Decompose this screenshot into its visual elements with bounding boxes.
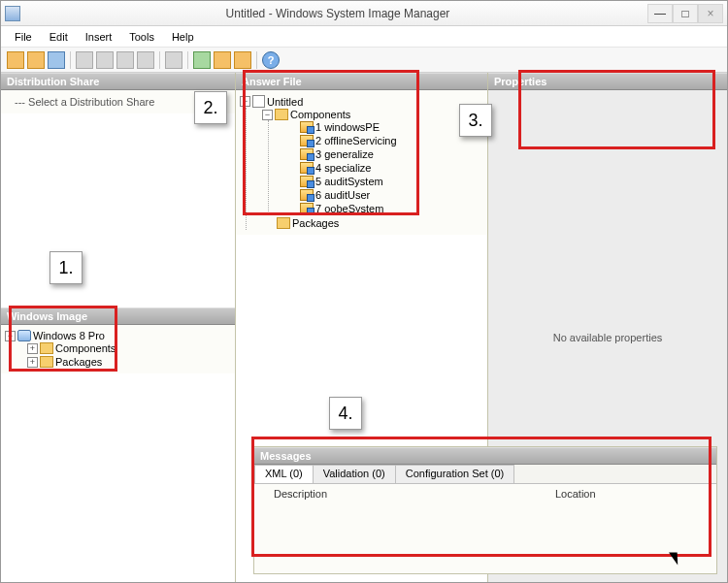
wi-root-label: Windows 8 Pro [33,330,105,341]
af-packages-label: Packages [292,217,339,229]
toolbar: ? [1,48,727,73]
pass-label: 1 windowsPE [315,121,380,133]
pass-label: 5 auditSystem [315,176,383,187]
menu-edit[interactable]: Edit [42,29,76,45]
collapse-icon[interactable]: − [240,96,250,107]
menu-file[interactable]: File [7,29,40,45]
tab-xml[interactable]: XML (0) [254,465,314,483]
af-pass-generalize[interactable]: 3 generalize [284,148,483,160]
folder-icon [275,109,288,120]
col-location: Location [555,488,697,500]
tab-configuration-set[interactable]: Configuration Set (0) [395,465,515,483]
separator [187,51,188,69]
close-button[interactable]: × [698,4,723,23]
wi-components-label: Components [55,342,116,354]
separator [159,51,160,69]
af-root[interactable]: − Untitled [240,95,483,108]
messages-columns: Description Location [254,484,716,503]
validate-icon[interactable] [193,51,211,69]
af-pass-oobesystem[interactable]: 7 oobeSystem [284,203,483,214]
paste-icon[interactable] [116,51,134,69]
windows-image-body: − Windows 8 Pro + Components + [1,325,235,373]
messages-header: Messages [254,447,716,465]
menu-help[interactable]: Help [164,29,202,45]
af-components[interactable]: − Components [262,109,483,120]
folder-icon [277,217,290,229]
find-icon[interactable] [165,51,182,69]
separator [70,51,71,69]
minimize-button[interactable]: — [647,4,673,23]
app-icon [5,6,20,21]
wi-packages[interactable]: + Packages [27,356,231,368]
help-icon[interactable]: ? [262,51,280,69]
af-pass-specialize[interactable]: 4 specialize [284,162,483,174]
dist-share-placeholder[interactable]: --- Select a Distribution Share [5,94,231,110]
af-root-label: Untitled [267,96,303,108]
open-icon[interactable] [27,51,45,69]
titlebar: Untitled - Windows System Image Manager … [1,1,727,26]
wi-packages-label: Packages [55,356,102,368]
distribution-share-panel: Distribution Share --- Select a Distribu… [1,73,235,308]
af-pass-audituser[interactable]: 6 auditUser [284,189,483,201]
answer-file-header: Answer File [236,73,487,90]
delete-icon[interactable] [137,51,154,69]
config-icon[interactable] [214,51,231,69]
pass-label: 7 oobeSystem [315,203,383,214]
menubar: File Edit Insert Tools Help [1,26,727,48]
pass-label: 3 generalize [315,148,374,160]
document-icon [252,95,265,108]
af-components-label: Components [290,109,350,120]
windows-image-header: Windows Image [1,308,235,325]
pass-icon [300,162,314,174]
properties-empty-text: No available properties [553,332,663,343]
pass-icon [300,203,314,214]
messages-panel: Messages XML (0) Validation (0) Configur… [253,446,717,574]
answer-file-tree: − Untitled − Components [240,94,483,231]
folder-icon [40,342,53,354]
af-packages[interactable]: Packages [262,217,483,229]
wi-root[interactable]: − Windows 8 Pro [5,330,231,341]
pass-label: 6 auditUser [315,189,370,201]
wi-components[interactable]: + Components [27,342,231,354]
separator [256,51,257,69]
distribution-share-header: Distribution Share [1,73,235,90]
copy-icon[interactable] [96,51,114,69]
pass-icon [300,121,314,133]
left-column: Distribution Share --- Select a Distribu… [1,73,236,583]
expand-icon[interactable]: + [27,357,38,368]
pass-icon [300,176,314,187]
collapse-icon[interactable]: − [5,331,16,341]
pass-label: 2 offlineServicing [315,135,397,146]
windows-image-tree: − Windows 8 Pro + Components + [5,329,231,370]
pass-icon [300,135,314,146]
af-pass-offlineservicing[interactable]: 2 offlineServicing [284,135,483,146]
pass-icon [300,189,314,201]
folder-icon [40,356,53,368]
col-description: Description [274,488,555,500]
maximize-button[interactable]: □ [673,4,698,23]
new-icon[interactable] [7,51,24,69]
af-pass-auditsystem[interactable]: 5 auditSystem [284,176,483,187]
distribution-share-body: --- Select a Distribution Share [1,90,235,113]
expand-icon[interactable]: + [27,343,38,354]
windows-image-panel: Windows Image − Windows 8 Pro + [1,308,235,583]
af-pass-windowspe[interactable]: 1 windowsPE [284,121,483,133]
disk-icon [17,330,31,341]
pass-label: 4 specialize [315,162,371,174]
window-controls: — □ × [647,4,723,23]
properties-header: Properties [488,73,727,90]
pass-icon [300,148,314,160]
menu-tools[interactable]: Tools [121,29,162,45]
tab-validation[interactable]: Validation (0) [313,465,396,483]
catalog-icon[interactable] [234,51,251,69]
cut-icon[interactable] [76,51,93,69]
messages-tabs: XML (0) Validation (0) Configuration Set… [254,465,716,484]
save-icon[interactable] [48,51,65,69]
menu-insert[interactable]: Insert [78,29,120,45]
answer-file-body: − Untitled − Components [236,90,487,235]
collapse-icon[interactable]: − [262,110,273,120]
window-title: Untitled - Windows System Image Manager [28,7,647,20]
